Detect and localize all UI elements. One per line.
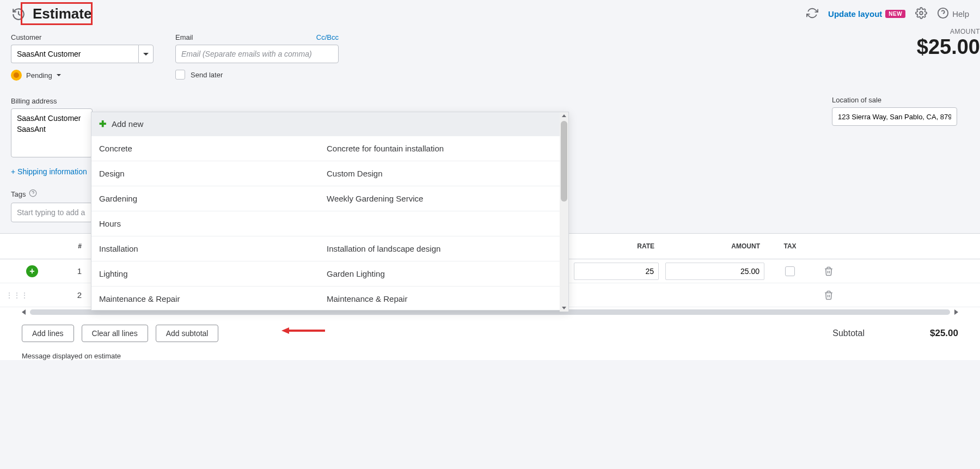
line-number: 1 xyxy=(46,266,89,276)
dropdown-item-name: Hours xyxy=(99,219,327,228)
dropdown-item-desc: Garden Lighting xyxy=(327,269,561,278)
dropdown-item[interactable]: Installation Installation of landscape d… xyxy=(91,236,568,261)
dropdown-item-name: Gardening xyxy=(99,194,327,203)
add-lines-button[interactable]: Add lines xyxy=(22,325,74,342)
help-link[interactable]: Help xyxy=(937,7,969,21)
billing-address-input[interactable] xyxy=(11,108,93,157)
product-dropdown-panel: ✚ Add new Concrete Concrete for fountain… xyxy=(91,112,569,310)
subtotal-label: Subtotal xyxy=(832,328,865,338)
help-icon xyxy=(937,7,949,21)
dropdown-item[interactable]: Design Custom Design xyxy=(91,161,568,186)
plus-icon: ✚ xyxy=(99,119,106,129)
info-icon[interactable] xyxy=(29,189,37,199)
billing-label: Billing address xyxy=(11,97,93,105)
update-layout-text: Update layout xyxy=(828,9,882,19)
column-header-num: # xyxy=(46,242,89,250)
rate-input[interactable] xyxy=(574,263,659,280)
customer-input[interactable] xyxy=(11,45,138,63)
dropdown-scrollbar[interactable] xyxy=(560,112,568,312)
scroll-up-icon xyxy=(562,114,566,117)
help-text: Help xyxy=(952,9,969,19)
send-later-checkbox[interactable] xyxy=(175,70,185,80)
trash-icon[interactable] xyxy=(812,266,845,276)
message-label: Message displayed on estimate xyxy=(0,350,980,360)
tags-input[interactable] xyxy=(11,203,93,222)
refresh-icon[interactable] xyxy=(806,7,818,21)
caret-down-icon xyxy=(57,74,61,76)
dropdown-item[interactable]: Maintenance & Repair Maintenance & Repai… xyxy=(91,286,568,310)
dropdown-item-desc: Installation of landscape design xyxy=(327,244,561,253)
gear-icon[interactable] xyxy=(915,7,927,21)
history-icon[interactable] xyxy=(11,7,26,22)
location-label: Location of sale xyxy=(832,96,957,104)
dropdown-item-name: Concrete xyxy=(99,144,327,153)
subtotal-value: $25.00 xyxy=(930,328,958,339)
add-subtotal-button[interactable]: Add subtotal xyxy=(156,325,219,342)
tax-checkbox[interactable] xyxy=(785,266,795,276)
status-pending-icon xyxy=(11,70,22,81)
amount-value: $25.00 xyxy=(917,35,980,59)
update-layout-link[interactable]: Update layout NEW xyxy=(828,9,905,19)
email-input[interactable] xyxy=(175,45,339,63)
ccbcc-link[interactable]: Cc/Bcc xyxy=(316,33,339,41)
amount-label: AMOUNT xyxy=(917,28,980,35)
amount-input[interactable] xyxy=(665,263,764,280)
email-label: Email xyxy=(175,33,193,41)
dropdown-item[interactable]: Lighting Garden Lighting xyxy=(91,261,568,286)
dropdown-item-desc: Weekly Gardening Service xyxy=(327,194,561,203)
trash-icon[interactable] xyxy=(812,290,845,300)
page-title: Estimate xyxy=(33,5,91,22)
send-later-label: Send later xyxy=(191,71,223,79)
scroll-right-icon xyxy=(954,309,958,315)
customer-label: Customer xyxy=(11,33,154,41)
clear-all-lines-button[interactable]: Clear all lines xyxy=(82,325,148,342)
dropdown-item[interactable]: Hours xyxy=(91,211,568,236)
dropdown-item-desc: Custom Design xyxy=(327,169,561,178)
scroll-down-icon xyxy=(562,307,566,309)
status-dropdown[interactable]: Pending xyxy=(11,70,154,81)
dropdown-item-name: Maintenance & Repair xyxy=(99,294,327,303)
svg-point-0 xyxy=(920,11,923,15)
column-header-rate: RATE xyxy=(571,242,662,250)
dropdown-item[interactable]: Concrete Concrete for fountain installat… xyxy=(91,136,568,161)
column-header-tax: TAX xyxy=(768,242,812,250)
dropdown-item-name: Installation xyxy=(99,244,327,253)
dropdown-item-name: Design xyxy=(99,169,327,178)
drag-handle-icon[interactable]: ⋮⋮⋮ xyxy=(0,291,28,300)
dropdown-item-desc xyxy=(327,219,561,228)
add-new-item[interactable]: ✚ Add new xyxy=(91,112,568,136)
location-input[interactable] xyxy=(832,107,957,126)
dropdown-item-desc: Maintenance & Repair xyxy=(327,294,561,303)
dropdown-item-desc: Concrete for fountain installation xyxy=(327,144,561,153)
new-badge: NEW xyxy=(885,10,905,18)
dropdown-item-name: Lighting xyxy=(99,269,327,278)
dropdown-item[interactable]: Gardening Weekly Gardening Service xyxy=(91,186,568,211)
add-line-button[interactable]: + xyxy=(26,265,38,277)
column-header-amount: AMOUNT xyxy=(662,242,768,250)
line-number: 2 xyxy=(46,290,89,300)
customer-dropdown-btn[interactable] xyxy=(138,45,154,63)
scroll-thumb[interactable] xyxy=(561,121,567,202)
shipping-info-link[interactable]: + Shipping information xyxy=(11,167,93,176)
add-new-text: Add new xyxy=(112,119,143,129)
tags-label: Tags xyxy=(11,190,26,198)
status-text: Pending xyxy=(26,71,52,80)
scroll-left-icon xyxy=(22,309,26,315)
